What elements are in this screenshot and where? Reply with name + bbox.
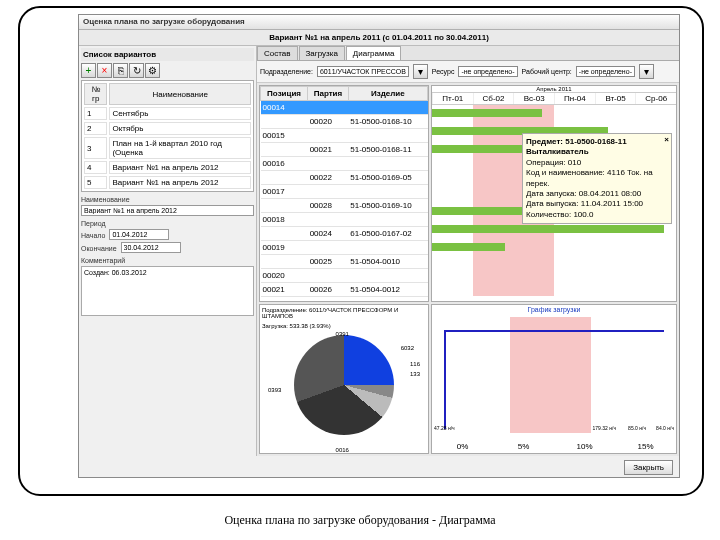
variants-sidebar: Список вариантов + × ⎘ ↻ ⚙ № грНаименова… — [79, 46, 257, 456]
table-row: 00014 — [261, 101, 428, 115]
table-row: 00018 — [261, 213, 428, 227]
highlight-band — [510, 317, 591, 433]
workcenter-combo[interactable]: -не определено- — [576, 66, 635, 77]
table-row: 4Вариант №1 на апрель 2012 — [84, 161, 251, 174]
name-label: Наименование — [81, 196, 254, 203]
name-field[interactable] — [81, 205, 254, 216]
pie-pane: Подразделение: 6011/УЧАСТОК ПРЕССФОРМ И … — [259, 304, 429, 454]
filter-toolbar: Подразделение: 6011/УЧАСТОК ПРЕССОВ ▾ Ре… — [257, 61, 679, 83]
end-date-field[interactable] — [121, 242, 181, 253]
table-row: 3План на 1-й квартал 2010 год (Оценка — [84, 137, 251, 159]
table-row: 000210002651-0504-0012 — [261, 283, 428, 297]
table-row: 00020 — [261, 269, 428, 283]
plan-header: Вариант №1 на апрель 2011 (с 01.04.2011 … — [79, 30, 679, 46]
gantt-pane[interactable]: Апрель 2011 Пт-01 Сб-02 Вс-03 Пн-04 Вт-0… — [431, 85, 677, 302]
tab-sostav[interactable]: Состав — [257, 46, 298, 60]
items-table[interactable]: ПозицияПартияИзделие 00014 0002051-0500-… — [260, 86, 428, 297]
dept-combo[interactable]: 6011/УЧАСТОК ПРЕССОВ — [317, 66, 409, 77]
gantt-tooltip: × Предмет: 51-0500-0168-11 Выталкиватель… — [522, 133, 672, 224]
table-row: 00019 — [261, 241, 428, 255]
variants-title: Список вариантов — [83, 50, 156, 59]
table-row: 0002151-0500-0168-11 — [261, 143, 428, 157]
table-row: 1Сентябрь — [84, 107, 251, 120]
tab-diagram[interactable]: Диаграмма — [346, 46, 402, 60]
gantt-month: Апрель 2011 — [432, 86, 676, 93]
tab-zagruzka[interactable]: Загрузка — [299, 46, 345, 60]
chart-line — [444, 330, 664, 332]
gantt-bar[interactable] — [432, 225, 664, 233]
close-button[interactable]: Закрыть — [624, 460, 673, 475]
comment-label: Комментарий — [81, 257, 254, 264]
table-row: 5Вариант №1 на апрель 2012 — [84, 176, 251, 189]
table-row: 0002461-0500-0167-02 — [261, 227, 428, 241]
period-label: Период — [81, 220, 254, 227]
comment-area[interactable]: Создан: 06.03.2012 — [81, 266, 254, 316]
table-row: 0002851-0500-0169-10 — [261, 199, 428, 213]
dept-pick-button[interactable]: ▾ — [413, 64, 428, 79]
wc-pick-button[interactable]: ▾ — [639, 64, 654, 79]
table-row: 0002051-0500-0168-10 — [261, 115, 428, 129]
table-row: 0002551-0504-0010 — [261, 255, 428, 269]
items-pane: ПозицияПартияИзделие 00014 0002051-0500-… — [259, 85, 429, 302]
tab-bar: Состав Загрузка Диаграмма — [257, 46, 679, 61]
load-chart-title: График загрузки — [432, 305, 676, 314]
table-row: 00015 — [261, 129, 428, 143]
refresh-button[interactable]: ↻ — [129, 63, 144, 78]
copy-button[interactable]: ⎘ — [113, 63, 128, 78]
app-window: Оценка плана по загрузке оборудования Ва… — [78, 14, 680, 478]
start-date-field[interactable] — [109, 229, 169, 240]
add-button[interactable]: + — [81, 63, 96, 78]
table-row: 0002251-0500-0169-05 — [261, 171, 428, 185]
gantt-bar[interactable] — [432, 109, 542, 117]
table-row: 2Октябрь — [84, 122, 251, 135]
close-icon[interactable]: × — [664, 135, 669, 145]
variants-grid[interactable]: № грНаименование 1Сентябрь 2Октябрь 3Пла… — [81, 80, 254, 192]
table-row: 00017 — [261, 185, 428, 199]
resource-combo[interactable]: -не определено- — [458, 66, 517, 77]
gantt-bar[interactable] — [432, 243, 505, 251]
load-chart-pane[interactable]: График загрузки 47.28 н/ч 179.32 н/ч 85.… — [431, 304, 677, 454]
chart-line — [444, 330, 446, 429]
config-button[interactable]: ⚙ — [145, 63, 160, 78]
figure-caption: Оценка плана по загрузке оборудования - … — [0, 513, 720, 528]
pie-chart[interactable] — [294, 335, 394, 435]
table-row: 00016 — [261, 157, 428, 171]
window-title: Оценка плана по загрузке оборудования — [79, 15, 679, 30]
delete-button[interactable]: × — [97, 63, 112, 78]
